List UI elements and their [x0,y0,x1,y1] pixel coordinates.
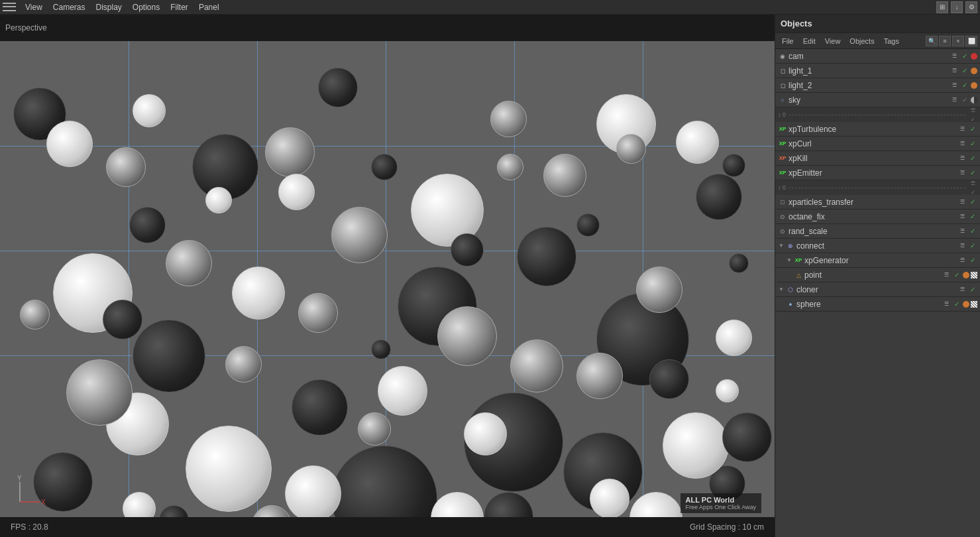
separator-1: ↕ 0 ☰ ✓ [775,107,980,122]
obj-name-connect: connect [796,241,956,251]
point-icon: △ [794,270,803,280]
connect-icon: ⊕ [786,241,795,251]
menu-cameras[interactable]: Cameras [48,1,91,13]
light2-icon: ◻ [778,81,787,90]
obj-item-point[interactable]: △ point ☰ ✓ [775,268,980,282]
menu-view[interactable]: View [20,1,48,13]
xpturbulence-icon: XP [778,125,787,134]
light1-check-btn[interactable]: ✓ [960,66,969,76]
obj-item-xparticles-transfer[interactable]: ⊡ xparticles_transfer ☰ ✓ [775,195,980,209]
settings-icon[interactable]: ⚙ [965,1,977,13]
xpkill-vis-btn[interactable]: ☰ [957,154,967,163]
sphere-vis-btn[interactable]: ☰ [942,300,951,309]
xpemitter-check-btn[interactable]: ✓ [968,168,977,178]
xpgenerator-expand[interactable]: ▼ [786,257,792,264]
watermark: ALL PC World Free Apps One Click Away [681,493,761,513]
sphere-obj [510,339,563,392]
obj-item-xpemitter[interactable]: XP xpEmitter ☰ ✓ [775,166,980,180]
sphere-check-btn[interactable]: ✓ [952,300,961,309]
obj-item-sphere[interactable]: ● sphere ☰ ✓ [775,297,980,312]
connect-check-btn[interactable]: ✓ [968,241,977,251]
panel-view[interactable]: View [821,36,845,46]
xpkill-check-btn[interactable]: ✓ [968,154,977,163]
sphere-obj [636,267,682,313]
save-icon[interactable]: ↓ [951,1,963,13]
close-icon[interactable]: × [952,36,964,46]
xpt-vis-btn[interactable]: ☰ [957,198,967,207]
expand-icon[interactable]: ⬜ [965,36,977,46]
point-check-btn[interactable]: ✓ [952,270,961,280]
sphere-obj [576,213,600,237]
obj-item-cam[interactable]: ◉ cam ☰ ✓ [775,49,980,64]
xparticles-transfer-icon: ⊡ [778,198,787,207]
xpgen-check-btn[interactable]: ✓ [968,256,977,265]
octane-fix-controls: ☰ ✓ [957,212,977,221]
obj-item-sky[interactable]: ○ sky ☰ ✓ [775,93,980,107]
obj-item-cloner[interactable]: ▼ ⬡ cloner ☰ ✓ [775,282,980,297]
sphere-obj [676,121,719,164]
axis-x-label: X [41,499,46,506]
light1-vis-btn[interactable]: ☰ [950,66,959,76]
xpcurl-check-btn[interactable]: ✓ [968,139,977,149]
menu-filter[interactable]: Filter [165,1,193,13]
light2-vis-btn[interactable]: ☰ [950,81,959,90]
sphere-obj [629,492,682,517]
cam-check-btn[interactable]: ✓ [960,52,969,61]
xpturbulence-vis-btn[interactable]: ☰ [957,125,967,134]
xpt-check-btn[interactable]: ✓ [968,198,977,207]
light2-check-btn[interactable]: ✓ [960,81,969,90]
obj-item-xpcurl[interactable]: XP xpCurl ☰ ✓ [775,137,980,151]
rand-check-btn[interactable]: ✓ [968,227,977,236]
menu-panel[interactable]: Panel [193,1,225,13]
obj-item-light2[interactable]: ◻ light_2 ☰ ✓ [775,78,980,93]
sphere-obj [696,174,742,220]
obj-item-xpkill[interactable]: XP xpKill ☰ ✓ [775,151,980,166]
octane-check-btn[interactable]: ✓ [968,212,977,221]
viewport-label: Perspective [5,23,47,32]
connect-vis-btn[interactable]: ☰ [957,241,967,251]
panel-file[interactable]: File [778,36,798,46]
cloner-check-btn[interactable]: ✓ [968,285,977,294]
obj-item-connect[interactable]: ▼ ⊕ connect ☰ ✓ [775,239,980,253]
panel-objects[interactable]: Objects [845,36,878,46]
obj-name-sphere: sphere [796,300,940,309]
cloner-expand[interactable]: ▼ [778,286,785,293]
light1-color-dot [971,68,977,74]
obj-item-octane-fix[interactable]: ⊙ octane_fix ☰ ✓ [775,209,980,224]
sphere-obj [649,359,689,399]
obj-item-xpgenerator[interactable]: ▼ XP xpGenerator ☰ ✓ [775,253,980,268]
search-icon[interactable]: 🔍 [926,36,938,46]
sky-vis-btn[interactable]: ☰ [950,95,959,105]
sphere-obj [722,412,772,462]
point-checker-dot [971,272,977,278]
app-icon [3,2,16,13]
menu-display[interactable]: Display [90,1,127,13]
objects-list: ◉ cam ☰ ✓ ◻ light_1 ☰ ✓ ◻ [775,49,980,537]
sphere-obj [451,233,484,267]
obj-item-xpturbulence[interactable]: XP xpTurbulence ☰ ✓ [775,122,980,137]
panel-tags[interactable]: Tags [880,36,903,46]
obj-item-rand-scale[interactable]: ⊙ rand_scale ☰ ✓ [775,224,980,239]
layout-icon[interactable]: ⊞ [936,1,948,13]
sky-check-btn[interactable]: ✓ [960,95,969,105]
menu-options[interactable]: Options [127,1,165,13]
obj-name-rand-scale: rand_scale [789,227,956,236]
xpcurl-vis-btn[interactable]: ☰ [957,139,967,149]
connect-expand[interactable]: ▼ [778,243,785,249]
viewport: Perspective [0,15,775,537]
sphere-obj [371,154,398,180]
obj-item-light1[interactable]: ◻ light_1 ☰ ✓ [775,64,980,78]
layers-icon[interactable]: ≡ [939,36,951,46]
obj-name-octane-fix: octane_fix [789,212,956,221]
octane-vis-btn[interactable]: ☰ [957,212,967,221]
viewport-canvas[interactable] [0,41,775,517]
xpturbulence-check-btn[interactable]: ✓ [968,125,977,134]
xpgen-vis-btn[interactable]: ☰ [957,256,967,265]
rand-vis-btn[interactable]: ☰ [957,227,967,236]
panel-edit[interactable]: Edit [799,36,820,46]
cam-vis-btn[interactable]: ☰ [950,52,959,61]
xpemitter-vis-btn[interactable]: ☰ [957,168,967,178]
sphere-obj [331,207,388,263]
point-vis-btn[interactable]: ☰ [942,270,951,280]
cloner-vis-btn[interactable]: ☰ [957,285,967,294]
